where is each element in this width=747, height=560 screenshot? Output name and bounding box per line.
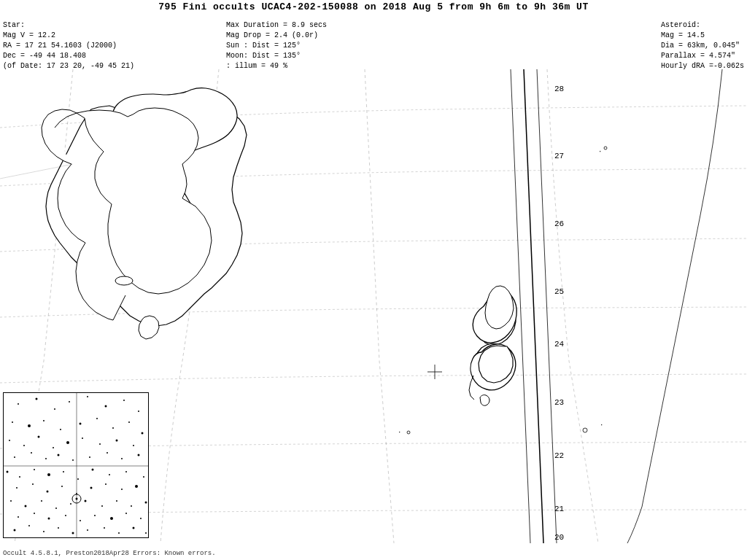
- svg-point-41: [142, 432, 144, 435]
- svg-point-82: [55, 508, 57, 509]
- svg-point-96: [125, 513, 127, 514]
- svg-point-99: [28, 525, 30, 526]
- svg-point-59: [138, 454, 140, 456]
- mag-drop: Mag Drop = 2.4 (0.0r): [226, 31, 336, 41]
- svg-point-53: [45, 458, 47, 459]
- moon-dist: Moon: Dist = 135°: [226, 51, 336, 61]
- svg-point-35: [43, 420, 44, 421]
- svg-point-38: [96, 418, 98, 419]
- sun-dist: Sun : Dist = 125°: [226, 41, 336, 51]
- svg-text:25: 25: [554, 287, 564, 296]
- svg-point-79: [10, 500, 12, 502]
- svg-text:28: 28: [554, 85, 564, 93]
- svg-point-109: [76, 498, 78, 500]
- asteroid-mag: Mag = 14.5: [661, 31, 744, 41]
- svg-point-101: [58, 527, 59, 529]
- svg-point-78: [135, 485, 138, 488]
- svg-point-86: [116, 500, 117, 502]
- svg-point-94: [94, 515, 96, 516]
- svg-point-66: [92, 469, 94, 471]
- svg-point-81: [41, 500, 42, 502]
- svg-point-29: [87, 396, 88, 397]
- star-label: Star:: [3, 20, 134, 31]
- svg-point-70: [16, 487, 18, 489]
- svg-point-58: [121, 458, 123, 459]
- star-chart-svg: [4, 393, 149, 538]
- svg-point-50: [133, 445, 134, 446]
- star-mag: Mag V = 12.2: [3, 31, 134, 41]
- svg-point-69: [143, 476, 144, 478]
- svg-point-64: [63, 471, 64, 472]
- svg-text:·: ·: [600, 421, 603, 429]
- svg-point-27: [54, 408, 55, 410]
- main-container: 795 Fini occults UCAC4-202-150088 on 201…: [0, 0, 747, 560]
- svg-point-72: [47, 491, 49, 493]
- svg-point-45: [53, 447, 54, 448]
- svg-point-60: [7, 471, 9, 473]
- svg-point-65: [77, 478, 79, 480]
- svg-point-44: [38, 436, 40, 438]
- svg-point-15: [115, 276, 133, 285]
- svg-point-55: [72, 459, 74, 461]
- svg-point-25: [18, 403, 19, 405]
- svg-point-105: [118, 532, 120, 534]
- svg-point-92: [65, 515, 66, 516]
- svg-text:22: 22: [554, 451, 564, 460]
- svg-point-61: [19, 476, 20, 478]
- star-chart-inset: [3, 392, 149, 538]
- svg-point-104: [104, 527, 105, 529]
- svg-text:27: 27: [554, 152, 564, 160]
- svg-point-33: [12, 421, 13, 423]
- svg-point-32: [138, 411, 139, 412]
- svg-point-31: [123, 400, 125, 401]
- svg-point-36: [60, 429, 61, 430]
- svg-point-46: [66, 441, 69, 444]
- svg-point-100: [43, 531, 44, 532]
- svg-point-77: [121, 489, 123, 490]
- svg-point-68: [125, 471, 127, 472]
- svg-point-30: [105, 405, 107, 408]
- svg-point-43: [23, 445, 25, 446]
- svg-point-28: [69, 401, 70, 402]
- svg-point-87: [131, 505, 132, 507]
- svg-point-71: [32, 483, 34, 485]
- svg-point-63: [47, 473, 50, 476]
- svg-point-89: [18, 516, 19, 518]
- svg-point-107: [145, 532, 147, 534]
- svg-point-51: [14, 456, 15, 458]
- svg-text:23: 23: [554, 398, 564, 407]
- svg-point-106: [133, 527, 135, 529]
- svg-point-102: [72, 532, 74, 534]
- svg-point-54: [58, 454, 60, 456]
- svg-point-49: [116, 440, 118, 442]
- svg-point-42: [9, 440, 10, 441]
- svg-point-62: [34, 469, 35, 470]
- svg-point-37: [80, 423, 82, 425]
- svg-point-93: [80, 520, 81, 521]
- svg-point-98: [14, 529, 16, 532]
- star-dec: Dec = -49 44 18.408: [3, 51, 134, 61]
- svg-text:·: ·: [398, 429, 401, 436]
- svg-point-84: [85, 500, 87, 502]
- svg-point-67: [109, 474, 110, 475]
- star-ra: RA = 17 21 54.1603 (J2000): [3, 41, 134, 51]
- svg-text:21: 21: [554, 505, 565, 513]
- svg-point-76: [105, 483, 107, 485]
- svg-text:·: ·: [598, 148, 602, 155]
- svg-point-91: [48, 518, 50, 520]
- asteroid-dia: Dia = 63km, 0.045": [661, 41, 744, 51]
- svg-rect-22: [4, 393, 149, 538]
- svg-point-97: [140, 518, 142, 519]
- svg-point-73: [61, 486, 63, 487]
- svg-point-39: [112, 427, 114, 429]
- svg-text:20: 20: [554, 533, 564, 542]
- svg-point-57: [107, 452, 108, 454]
- svg-point-80: [25, 505, 27, 508]
- asteroid-parallax: Parallax = 4.574": [661, 51, 744, 61]
- svg-point-75: [90, 487, 93, 489]
- svg-point-48: [99, 443, 101, 445]
- svg-point-52: [31, 452, 32, 454]
- svg-point-40: [128, 421, 130, 423]
- svg-point-26: [36, 398, 38, 400]
- svg-point-103: [87, 529, 88, 531]
